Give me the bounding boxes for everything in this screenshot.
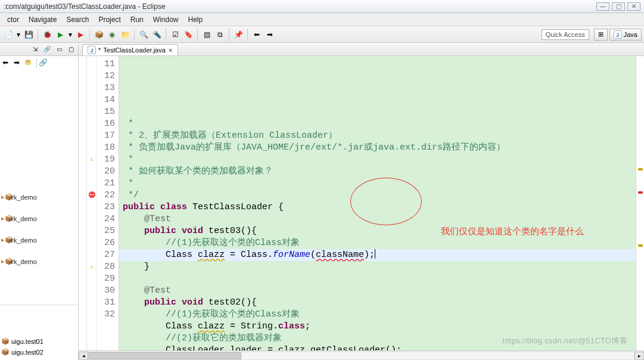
open-perspective-button[interactable]: ⊞ <box>594 29 608 41</box>
line-number: 25 <box>97 225 115 237</box>
code-line[interactable]: public void test02(){ <box>123 297 636 309</box>
code-line[interactable]: * 如何获取某个类的类加载器对象？ <box>123 166 636 178</box>
collapse-all-icon[interactable]: ⇲ <box>30 45 40 54</box>
menu-project[interactable]: Project <box>94 14 125 25</box>
link-editor-icon[interactable]: 🔗 <box>42 45 52 54</box>
code-line[interactable]: */ <box>123 190 636 201</box>
window-title-bar: :com/atguigu/test03/TestClassLoader.java… <box>0 0 644 13</box>
close-tab-icon[interactable]: ✕ <box>168 47 173 54</box>
overview-ruler[interactable] <box>636 56 644 350</box>
maximize-button[interactable]: ▢ <box>612 2 625 11</box>
code-line[interactable]: //(1)先获取这个类的Class对象 <box>123 237 636 249</box>
folding-ruler[interactable] <box>79 56 87 350</box>
code-line[interactable]: * <box>123 154 636 166</box>
min-view-icon[interactable]: ▭ <box>54 45 64 54</box>
java-perspective-button[interactable]: J Java <box>609 29 642 41</box>
tree-item: ▸📦rk_demo <box>1 192 77 203</box>
search-icon[interactable]: 🔦 <box>151 29 163 41</box>
code-line[interactable]: * <box>123 118 636 130</box>
tasks-icon[interactable]: ☑ <box>169 29 181 41</box>
code-line[interactable]: public class TestClassLoader { <box>123 201 636 213</box>
view-toolbar: ⇲ 🔗 ▭ ▢ <box>0 43 78 56</box>
code-line[interactable]: public void test03(){ <box>123 225 636 237</box>
menu-search[interactable]: Search <box>61 14 94 25</box>
line-number: 16 <box>97 118 115 130</box>
code-line[interactable]: Class clazz = String.class; <box>123 321 636 333</box>
separator <box>229 29 229 41</box>
new-class-icon[interactable]: ◉ <box>106 29 118 41</box>
menu-run[interactable]: Run <box>126 14 148 25</box>
save-icon[interactable]: 💾 <box>23 29 35 41</box>
code-line[interactable]: @Test <box>123 285 636 297</box>
scroll-thumb[interactable] <box>89 352 241 359</box>
annotation-ruler[interactable]: ⚠⛔⚠ <box>87 56 97 350</box>
forward-icon[interactable]: ➡ <box>264 29 276 41</box>
editor-tab[interactable]: J *TestClassLoader.java ✕ <box>82 44 178 55</box>
line-number: 32 <box>97 309 115 321</box>
menu-help[interactable]: Help <box>183 14 207 25</box>
line-number: 27 <box>97 249 115 261</box>
line-number: 17 <box>97 130 115 142</box>
code-line[interactable]: @Test <box>123 213 636 225</box>
open-type-icon[interactable]: 🔍 <box>138 29 150 41</box>
warning-marker-icon[interactable]: ⚠ <box>87 154 96 166</box>
scroll-right-icon[interactable]: ▸ <box>634 352 644 360</box>
code-line[interactable]: * 2、扩展类加载器（Extension ClassLoader） <box>123 130 636 142</box>
editor-tab-bar: J *TestClassLoader.java ✕ <box>79 43 644 56</box>
run-icon[interactable]: ▶ <box>54 29 66 41</box>
project-tree[interactable]: ▸📦rk_demo ▸📦rk_demo ▸📦rk_demo ▸📦rk_demo <box>0 70 78 305</box>
code-line[interactable]: * 负责加载Java的扩展库（JAVA_HOME/jre/ext/*.jar或j… <box>123 142 636 154</box>
filter-icon[interactable]: ⛃ <box>25 58 35 68</box>
back-icon[interactable]: ⬅ <box>251 29 263 41</box>
tree-item: 📦uigu.test01 <box>1 336 77 347</box>
scroll-track[interactable] <box>88 352 634 360</box>
code-line[interactable]: * <box>123 178 636 190</box>
line-number-gutter[interactable]: 1112131415161718192021222324252627282930… <box>97 56 119 350</box>
code-editor[interactable]: ⚠⛔⚠ 111213141516171819202122232425262728… <box>79 56 644 350</box>
error-marker-icon[interactable]: ⛔ <box>87 190 96 201</box>
line-number: 23 <box>97 201 115 213</box>
bottom-tree[interactable]: 📦uigu.test01 📦uigu.test02 <box>0 305 78 360</box>
bookmarks-icon[interactable]: 🔖 <box>182 29 194 41</box>
debug-icon[interactable]: 🐞 <box>41 29 53 41</box>
editor-pane: J *TestClassLoader.java ✕ ⚠⛔⚠ 1112131415… <box>79 43 644 360</box>
new-package-icon[interactable]: 📦 <box>93 29 105 41</box>
run-dropdown-icon[interactable]: ▾ <box>67 29 73 41</box>
line-number: 21 <box>97 178 115 190</box>
tree-item: ▸📦rk_demo <box>1 256 77 267</box>
fwd-nav-icon[interactable]: ➡ <box>14 58 23 68</box>
code-line[interactable]: ClassLoader loader = clazz.getClassLoade… <box>123 345 636 350</box>
separator <box>36 59 37 67</box>
max-view-icon[interactable]: ▢ <box>66 45 76 54</box>
window-controls: — ▢ ✕ <box>596 2 640 11</box>
minimize-button[interactable]: — <box>596 2 609 11</box>
menu-refactor[interactable]: ctor <box>2 14 24 25</box>
link-icon[interactable]: 🔗 <box>39 58 48 68</box>
code-area[interactable]: * * 2、扩展类加载器（Extension ClassLoader） * 负责… <box>119 56 636 350</box>
line-number: 18 <box>97 142 115 154</box>
code-line[interactable]: } <box>123 261 636 273</box>
new-icon[interactable]: 📄 <box>2 29 14 41</box>
line-number: 19 <box>97 154 115 166</box>
code-line[interactable]: Class clazz = Class.forName(className); <box>119 249 636 261</box>
close-window-button[interactable]: ✕ <box>627 2 640 11</box>
separator <box>247 29 248 41</box>
line-number: 13 <box>97 82 115 94</box>
ext-tools-icon[interactable]: ▶ <box>74 29 86 41</box>
quick-access-input[interactable]: Quick Access <box>542 29 589 40</box>
problems-icon[interactable]: ⧉ <box>214 29 226 41</box>
back-nav-icon[interactable]: ⬅ <box>2 58 12 68</box>
horizontal-scrollbar[interactable]: ◂ ▸ <box>79 350 644 360</box>
package-icon: 📦 <box>1 348 10 356</box>
menu-window[interactable]: Window <box>148 14 183 25</box>
scroll-left-icon[interactable]: ◂ <box>79 352 88 360</box>
code-line[interactable] <box>123 273 636 285</box>
new-folder-icon[interactable]: 📁 <box>119 29 131 41</box>
dropdown-icon[interactable]: ▾ <box>15 29 21 41</box>
code-line[interactable]: //(2)获取它的类加载器对象 <box>123 333 636 345</box>
warning-marker-icon[interactable]: ⚠ <box>87 261 96 273</box>
code-line[interactable]: //(1)先获取这个类的Class对象 <box>123 309 636 321</box>
menu-navigate[interactable]: Navigate <box>24 14 61 25</box>
pin-icon[interactable]: 📌 <box>232 29 244 41</box>
outline-icon[interactable]: ▤ <box>201 29 213 41</box>
